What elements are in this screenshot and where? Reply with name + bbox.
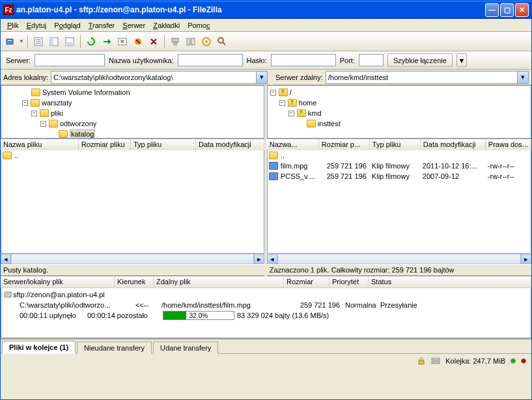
tree-item[interactable]: warsztaty: [42, 99, 72, 107]
tab-queued[interactable]: Pliki w kolejce (1): [2, 341, 76, 354]
server-input[interactable]: [35, 54, 105, 66]
menu-podglad[interactable]: Podgląd: [50, 20, 84, 31]
col-perm[interactable]: Prawa dos...: [486, 139, 531, 150]
col-date[interactable]: Data modyfikacji: [196, 139, 264, 150]
svg-rect-25: [432, 362, 440, 364]
col-dir[interactable]: Kierunek: [115, 276, 154, 287]
quickconnect-dropdown[interactable]: ▼: [456, 53, 467, 67]
col-size[interactable]: Rozmiar pliku: [79, 139, 131, 150]
activity-led-send: [521, 358, 526, 364]
site-manager-button[interactable]: [3, 34, 18, 49]
user-input[interactable]: [178, 54, 243, 66]
chevron-down-icon[interactable]: ▾: [517, 72, 528, 83]
refresh-button[interactable]: [84, 34, 98, 49]
file-row[interactable]: film.mpg259 721 196Klip filmowy2011-10-1…: [268, 161, 531, 171]
col-remote[interactable]: Zdalny plik: [154, 276, 284, 287]
col-type[interactable]: Typ pliku: [370, 139, 421, 150]
cancel-button[interactable]: ✕: [115, 34, 130, 49]
tab-successful[interactable]: Udane transfery: [153, 341, 218, 354]
col-name[interactable]: Nazwa...: [267, 139, 319, 150]
file-row[interactable]: PCSS_v....259 721 196Klip filmowy2007-09…: [268, 171, 531, 181]
app-icon: Fz: [3, 5, 14, 15]
toggle-log-button[interactable]: [31, 34, 46, 49]
tree-item[interactable]: /: [290, 88, 292, 96]
col-size[interactable]: Rozmiar p...: [319, 139, 370, 150]
local-path-input[interactable]: C:\warsztaty\pliki\odtworzony\katalog\ ▾: [51, 71, 268, 84]
menu-serwer[interactable]: Serwer: [119, 20, 149, 31]
scroll-right-icon[interactable]: ▸: [254, 254, 264, 264]
chevron-down-icon[interactable]: ▾: [256, 72, 267, 83]
collapse-icon[interactable]: −: [288, 111, 294, 116]
tab-failed[interactable]: Nieudane transfery: [77, 341, 152, 354]
local-tree[interactable]: System Volume Information −warsztaty −pl…: [1, 85, 264, 139]
collapse-icon[interactable]: −: [22, 100, 28, 106]
col-date[interactable]: Data modyfikacji: [421, 139, 486, 150]
col-local[interactable]: Serwer/lokalny plik: [1, 276, 115, 287]
collapse-icon[interactable]: −: [40, 121, 46, 127]
search-button[interactable]: [215, 34, 229, 49]
close-button[interactable]: ✕: [515, 3, 529, 17]
menubar: Plik Edytuj Podgląd Transfer Serwer Zakł…: [1, 19, 531, 32]
password-input[interactable]: [271, 54, 336, 66]
statusbar: Kolejka: 247,7 MiB: [1, 353, 531, 367]
reconnect-button[interactable]: [147, 34, 161, 49]
svg-rect-22: [5, 292, 11, 297]
quickconnect-button[interactable]: Szybkie łączenie: [387, 53, 453, 67]
parent-dir-row[interactable]: ..: [268, 150, 531, 161]
col-type[interactable]: Typ pliku: [131, 139, 196, 150]
svg-rect-9: [66, 42, 74, 46]
local-pane: System Volume Information −warsztaty −pl…: [1, 85, 264, 276]
scrollbar[interactable]: [11, 254, 254, 264]
port-input[interactable]: [359, 54, 384, 66]
collapse-icon[interactable]: −: [279, 100, 285, 106]
minimize-button[interactable]: —: [485, 3, 499, 17]
scroll-right-icon[interactable]: ▸: [521, 254, 531, 264]
tree-item[interactable]: System Volume Information: [42, 88, 130, 96]
quickconnect-bar: Serwer: Nazwa użytkownika: Hasło: Port: …: [1, 51, 531, 70]
toggle-queue-button[interactable]: [63, 34, 77, 49]
video-icon: [269, 172, 278, 180]
toggle-tree-button[interactable]: [47, 34, 61, 49]
queue-tabs: Pliki w kolejce (1) Nieudane transfery U…: [1, 339, 531, 353]
queue-file-row[interactable]: C:\warsztaty\pliki\odtworzo... <<-- /hom…: [4, 300, 528, 310]
tree-item[interactable]: odtworzony: [60, 120, 96, 127]
svg-rect-16: [187, 38, 190, 45]
col-name[interactable]: Nazwa pliku: [1, 139, 79, 150]
scroll-left-icon[interactable]: ◂: [267, 254, 277, 264]
tree-item[interactable]: kmd: [308, 109, 322, 117]
menu-transfer[interactable]: Transfer: [85, 20, 119, 31]
filter-button[interactable]: [168, 34, 182, 49]
menu-zakladki[interactable]: Zakładki: [149, 20, 184, 31]
queue-server-row[interactable]: sftp://zenon@an.platon-u4.pl: [4, 289, 528, 300]
col-status[interactable]: Status: [369, 276, 531, 287]
remote-file-list[interactable]: .. film.mpg259 721 196Klip filmowy2011-1…: [267, 150, 531, 254]
parent-dir-row[interactable]: ..: [1, 150, 264, 161]
menu-pomoc[interactable]: Pomoc: [184, 20, 214, 31]
collapse-icon[interactable]: −: [270, 90, 276, 96]
remote-tree[interactable]: −/ −home −kmd insttest: [267, 85, 531, 139]
scroll-left-icon[interactable]: ◂: [1, 254, 11, 264]
disconnect-button[interactable]: [131, 34, 145, 49]
tree-item-selected[interactable]: katalog: [70, 129, 95, 139]
remote-path-input[interactable]: /home/kmd/insttest ▾: [326, 71, 529, 84]
folder-icon: [279, 88, 288, 96]
menu-edytuj[interactable]: Edytuj: [23, 20, 51, 31]
folder-icon: [297, 109, 306, 117]
svg-rect-14: [172, 38, 178, 42]
activity-led-recv: [511, 358, 516, 364]
tree-item[interactable]: home: [299, 99, 317, 107]
compare-button[interactable]: [184, 34, 198, 49]
remote-list-header: Nazwa... Rozmiar p... Typ pliku Data mod…: [267, 139, 531, 150]
maximize-button[interactable]: ▢: [500, 3, 514, 17]
collapse-icon[interactable]: −: [31, 111, 37, 116]
queue-list[interactable]: sftp://zenon@an.platon-u4.pl C:\warsztat…: [1, 288, 531, 338]
sync-browse-button[interactable]: [199, 34, 214, 49]
menu-plik[interactable]: Plik: [3, 20, 23, 31]
col-prio[interactable]: Priorytet: [329, 276, 369, 287]
local-file-list[interactable]: ..: [1, 150, 264, 254]
tree-item[interactable]: pliki: [51, 109, 63, 117]
tree-item[interactable]: insttest: [318, 120, 341, 127]
process-queue-button[interactable]: [100, 34, 114, 49]
col-size[interactable]: Rozmiar: [284, 276, 329, 287]
scrollbar[interactable]: [277, 254, 521, 264]
